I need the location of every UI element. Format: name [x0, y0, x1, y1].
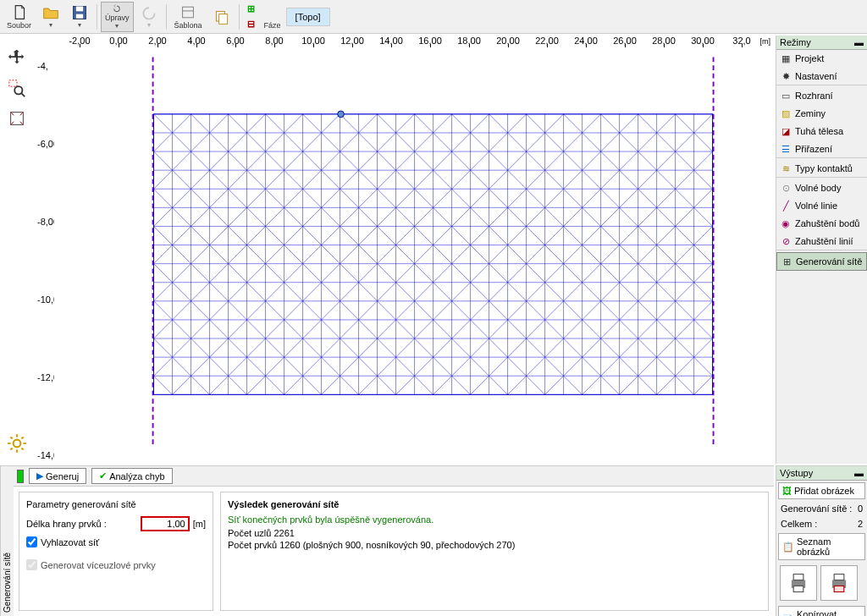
smooth-checkbox[interactable]	[26, 536, 37, 547]
svg-line-269	[657, 226, 676, 245]
svg-line-394	[191, 320, 210, 338]
svg-line-156	[229, 170, 247, 189]
svg-line-247	[247, 226, 266, 245]
mode-icon: ⊙	[780, 182, 792, 194]
svg-line-438	[452, 338, 471, 357]
mode-item-10[interactable]: ⊘Zahuštění linií	[776, 233, 867, 250]
undo-button[interactable]: Úpravy	[101, 2, 134, 32]
mode-item-6[interactable]: ≋Typy kontaktů	[776, 160, 867, 178]
svg-rect-514	[793, 575, 803, 580]
fit-tool[interactable]	[3, 105, 30, 132]
svg-line-398	[266, 320, 284, 338]
print-button[interactable]	[780, 565, 817, 601]
file-save-button[interactable]	[66, 2, 93, 32]
svg-line-506	[601, 376, 620, 394]
svg-line-225	[396, 207, 415, 226]
svg-line-98	[266, 133, 284, 151]
mode-icon: ✸	[780, 70, 792, 82]
svg-line-354	[564, 283, 583, 301]
move-tool[interactable]	[3, 44, 30, 71]
copy-view-button[interactable]: 📄 Kopírovat pohled	[778, 606, 865, 616]
svg-line-328	[638, 264, 657, 283]
mode-item-11[interactable]: ⊞Generování sítě	[776, 252, 867, 271]
svg-line-173	[545, 170, 564, 189]
copy-button[interactable]	[208, 2, 235, 32]
svg-point-11	[14, 440, 21, 448]
mode-item-5[interactable]: ☰Přiřazení	[776, 140, 867, 158]
svg-line-469	[471, 357, 489, 376]
mode-item-9[interactable]: ◉Zahuštění bodů	[776, 215, 867, 233]
mode-item-3[interactable]: ▨Zeminy	[776, 105, 867, 123]
svg-line-89	[657, 114, 676, 133]
svg-line-490	[303, 376, 322, 394]
svg-line-154	[191, 170, 210, 189]
svg-line-288	[452, 245, 471, 264]
params-group: Parametry generování sítě Délka hrany pr…	[19, 492, 213, 611]
settings-tool[interactable]	[3, 430, 30, 457]
svg-line-434	[378, 338, 396, 357]
svg-line-161	[322, 170, 340, 189]
remove-phase-button[interactable]: ⊟	[243, 17, 260, 32]
svg-line-451	[694, 338, 713, 357]
svg-line-426	[229, 338, 247, 357]
edge-length-label: Délka hrany prvků :	[26, 519, 141, 529]
svg-line-366	[229, 301, 247, 320]
svg-line-95	[210, 133, 229, 151]
list-pictures-button[interactable]: 📋 Seznam obrázků	[778, 533, 865, 560]
svg-line-337	[247, 283, 266, 301]
mode-item-0[interactable]: ▦Projekt	[776, 50, 867, 68]
tab-errors[interactable]: ✔Analýza chyb	[91, 468, 172, 484]
svg-line-389	[657, 301, 676, 320]
template-button[interactable]: Šablona	[170, 2, 207, 32]
print-color-button[interactable]	[820, 565, 858, 601]
svg-line-460	[303, 357, 322, 376]
edit-label: Úpravy	[105, 14, 130, 22]
zoom-tool[interactable]	[3, 74, 30, 102]
mode-label: Zahuštění bodů	[795, 218, 859, 228]
redo-button[interactable]	[135, 2, 163, 32]
mode-item-7[interactable]: ⊙Volné body	[776, 179, 867, 197]
tab-generate[interactable]: ▶Generuj	[29, 468, 86, 484]
svg-line-228	[452, 207, 471, 226]
add-picture-button[interactable]: 🖼 Přidat obrázek	[778, 482, 865, 499]
svg-line-439	[471, 338, 489, 357]
file-new-button[interactable]: Soubor	[3, 2, 36, 32]
canvas[interactable]	[54, 49, 774, 464]
svg-line-224	[378, 207, 396, 226]
mode-item-4[interactable]: ◪Tuhá tělesa	[776, 123, 867, 140]
svg-line-372	[340, 301, 359, 320]
bottom-side-label: Generování sítě	[0, 466, 14, 616]
file-open-button[interactable]	[37, 2, 64, 32]
add-phase-button[interactable]: ⊞	[243, 2, 260, 17]
svg-line-497	[434, 376, 452, 394]
svg-line-250	[303, 226, 322, 245]
mode-icon: ≋	[780, 162, 792, 174]
svg-line-305	[210, 264, 229, 283]
svg-line-456	[229, 357, 247, 376]
template-label: Šablona	[174, 21, 202, 30]
svg-rect-515	[793, 586, 803, 592]
edge-length-input[interactable]	[141, 516, 190, 531]
minimize-icon[interactable]: ▬	[854, 468, 864, 478]
mode-item-8[interactable]: ╱Volné linie	[776, 197, 867, 215]
mode-item-2[interactable]: ▭Rozhraní	[776, 87, 867, 105]
svg-line-459	[284, 357, 303, 376]
svg-line-151	[694, 151, 713, 170]
svg-line-209	[657, 189, 676, 207]
svg-line-93	[173, 133, 191, 151]
svg-line-326	[601, 264, 620, 283]
svg-line-262	[527, 226, 545, 245]
svg-line-489	[284, 376, 303, 394]
svg-line-474	[564, 357, 583, 376]
svg-line-263	[545, 226, 564, 245]
topo-button[interactable]: [Topo]	[286, 8, 330, 26]
svg-line-427	[247, 338, 266, 357]
mode-item-1[interactable]: ✸Nastavení	[776, 68, 867, 85]
svg-line-501	[508, 376, 527, 394]
redo-icon	[141, 4, 157, 21]
minimize-icon[interactable]: ▬	[854, 37, 864, 47]
svg-line-248	[266, 226, 284, 245]
svg-line-205	[583, 189, 601, 207]
svg-line-245	[210, 226, 229, 245]
svg-line-475	[583, 357, 601, 376]
